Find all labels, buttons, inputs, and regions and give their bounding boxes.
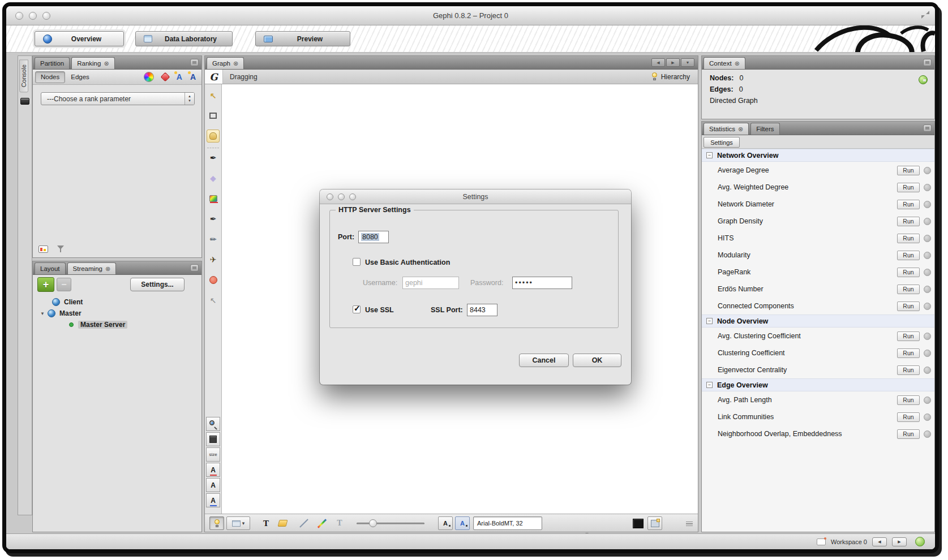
center-graph-button[interactable] <box>206 417 220 431</box>
remove-connection-button[interactable]: − <box>57 278 71 291</box>
password-field[interactable]: ••••• <box>512 277 572 289</box>
label-color-button[interactable]: A <box>206 463 220 477</box>
direct-selection-tool[interactable]: ↖ <box>207 89 220 102</box>
run-button[interactable]: Run <box>897 200 920 209</box>
edge-size-button[interactable]: size <box>206 447 220 462</box>
run-button[interactable]: Run <box>897 331 920 341</box>
run-button[interactable]: Run <box>897 395 920 405</box>
report-circle-icon[interactable] <box>924 252 931 259</box>
tab-filters[interactable]: Filters <box>750 123 779 135</box>
color-wheel-icon[interactable] <box>144 72 154 82</box>
minimize-panel-icon[interactable] <box>923 124 932 132</box>
show-labels-button[interactable] <box>209 516 224 530</box>
minimize-panel-icon[interactable] <box>190 59 199 66</box>
run-button[interactable]: Run <box>897 429 920 439</box>
toolbar-grip[interactable] <box>685 516 693 530</box>
run-button[interactable]: Run <box>897 183 920 192</box>
statistics-settings-button[interactable]: Settings <box>704 137 740 148</box>
console-tab[interactable]: Console <box>19 59 28 92</box>
close-tab-icon[interactable]: ⊗ <box>105 266 110 272</box>
cancel-button[interactable]: Cancel <box>519 354 569 367</box>
run-button[interactable]: Run <box>897 217 920 226</box>
drag-tool[interactable] <box>207 130 220 143</box>
font-field[interactable]: Arial-BoldMT, 32 <box>473 516 542 530</box>
dialog-close-button[interactable] <box>327 193 333 200</box>
report-circle-icon[interactable] <box>924 350 931 357</box>
report-circle-icon[interactable] <box>924 397 931 404</box>
edge-color-button[interactable] <box>316 516 328 530</box>
streaming-settings-button[interactable]: Settings... <box>130 278 185 291</box>
basic-auth-checkbox[interactable]: ✓ <box>353 258 361 266</box>
edges-subtab[interactable]: Edges <box>65 71 95 83</box>
report-circle-icon[interactable] <box>924 201 931 208</box>
nav-forward-button[interactable]: ▶ <box>666 58 680 67</box>
workspace-next-button[interactable]: ▶ <box>892 537 907 546</box>
dialog-minimize-button[interactable] <box>338 193 345 200</box>
overview-button[interactable]: Overview <box>35 31 124 46</box>
statistics-section-header[interactable]: − Network Overview <box>702 149 934 162</box>
close-tab-icon[interactable]: ⊗ <box>738 126 743 132</box>
node-pencil-tool[interactable]: ✒ <box>207 212 220 225</box>
preview-button[interactable]: Preview <box>255 31 350 46</box>
tab-context[interactable]: Context ⊗ <box>704 57 745 69</box>
tab-graph[interactable]: Graph ⊗ <box>207 57 244 69</box>
run-button[interactable]: Run <box>897 285 920 294</box>
screenshot-button[interactable] <box>647 516 662 530</box>
rank-parameter-dropdown[interactable]: ---Choose a rank parameter ▲ ▼ <box>41 92 195 105</box>
close-tab-icon[interactable]: ⊗ <box>233 61 238 67</box>
dialog-zoom-button[interactable] <box>349 193 356 200</box>
minimize-panel-icon[interactable] <box>190 264 199 272</box>
nodes-subtab[interactable]: Nodes <box>35 71 65 83</box>
rectangle-selection-tool[interactable] <box>207 109 220 122</box>
close-tab-icon[interactable]: ⊗ <box>735 61 740 67</box>
report-circle-icon[interactable] <box>924 286 931 293</box>
port-field[interactable]: 8080 <box>358 231 389 243</box>
report-circle-icon[interactable] <box>924 167 931 174</box>
font-color-swatch[interactable] <box>632 516 644 530</box>
add-connection-button[interactable]: + <box>37 277 54 292</box>
resize-icon[interactable] <box>921 11 929 19</box>
edge-labels-button[interactable] <box>298 516 310 530</box>
report-circle-icon[interactable] <box>924 367 931 374</box>
run-button[interactable]: Run <box>897 348 920 358</box>
hierarchy-control[interactable]: Hierarchy <box>651 72 690 81</box>
run-button[interactable]: Run <box>897 268 920 277</box>
data-laboratory-button[interactable]: Data Laboratory <box>135 31 233 46</box>
expand-triangle-icon[interactable]: ▼ <box>40 311 45 316</box>
refresh-icon[interactable] <box>919 75 928 84</box>
zoom-window-button[interactable] <box>42 12 50 20</box>
node-labels-button[interactable]: T <box>260 516 272 530</box>
report-circle-icon[interactable] <box>924 235 931 242</box>
tab-partition[interactable]: Partition <box>35 57 70 69</box>
label-font-button[interactable]: A <box>206 478 220 492</box>
minimize-window-button[interactable] <box>29 12 37 20</box>
tab-streaming[interactable]: Streaming ⊗ <box>67 262 117 274</box>
status-globe-icon[interactable] <box>915 537 925 546</box>
username-field[interactable]: gephi <box>402 277 459 289</box>
painter-tool[interactable]: ✒ <box>207 151 220 164</box>
report-circle-icon[interactable] <box>924 333 931 340</box>
report-circle-icon[interactable] <box>924 218 931 225</box>
run-button[interactable]: Run <box>897 365 920 375</box>
report-circle-icon[interactable] <box>924 413 931 421</box>
shortest-path-tool[interactable]: ✈ <box>207 253 220 266</box>
report-circle-icon[interactable] <box>924 184 931 191</box>
report-circle-icon[interactable] <box>924 269 931 276</box>
result-list-icon[interactable] <box>38 245 48 253</box>
node-font-button[interactable]: A <box>438 516 453 530</box>
edge-weight-slider[interactable] <box>357 516 424 530</box>
nav-dropdown-button[interactable]: ▼ <box>681 58 694 67</box>
tree-item-master[interactable]: ▼ Master <box>33 308 201 319</box>
run-button[interactable]: Run <box>897 166 920 175</box>
background-color-button[interactable] <box>206 432 220 446</box>
collapse-icon[interactable]: − <box>706 318 713 324</box>
tab-statistics[interactable]: Statistics ⊗ <box>704 123 749 135</box>
statistics-section-header[interactable]: − Node Overview <box>702 315 934 328</box>
ruby-size-icon[interactable] <box>160 72 170 82</box>
brush-tool[interactable] <box>207 192 220 205</box>
label-color-icon[interactable]: A <box>177 73 182 81</box>
tab-layout[interactable]: Layout <box>35 262 66 274</box>
ok-button[interactable]: OK <box>573 354 621 367</box>
tree-item-client[interactable]: Client <box>33 296 201 308</box>
tab-ranking[interactable]: Ranking ⊗ <box>71 57 114 69</box>
